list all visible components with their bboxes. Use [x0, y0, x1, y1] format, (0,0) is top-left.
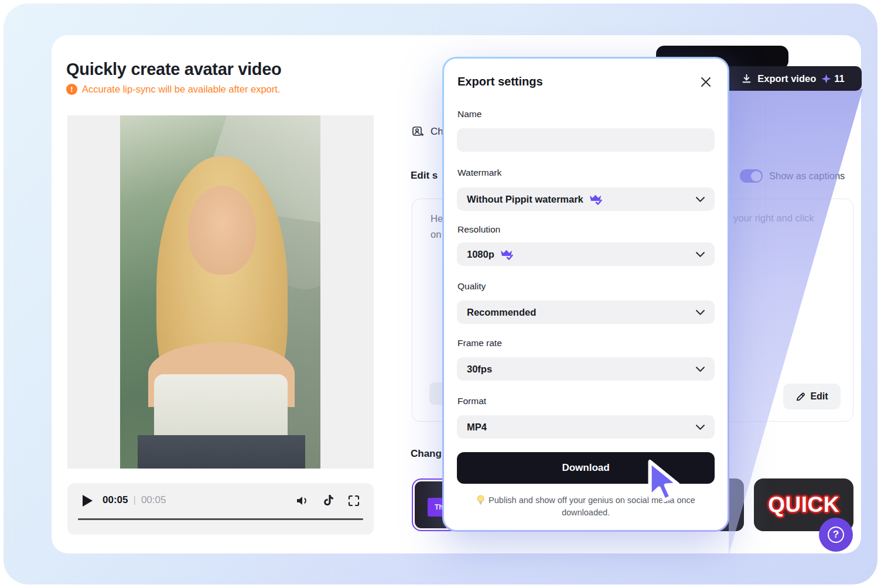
volume-icon[interactable]	[295, 494, 309, 508]
change-avatar-row[interactable]: Ch	[412, 125, 443, 138]
pencil-icon	[795, 392, 805, 402]
time-display: 00:05 | 00:05	[103, 494, 166, 506]
fullscreen-icon[interactable]	[347, 494, 361, 508]
download-button[interactable]: Download	[457, 452, 715, 484]
avatar-photo	[120, 115, 320, 469]
watermark-value: Without Pippit watermark	[467, 194, 583, 205]
format-select[interactable]: MP4	[457, 415, 715, 439]
captions-toggle-label: Show as captions	[769, 170, 845, 182]
help-button[interactable]: ?	[819, 518, 853, 552]
sparkle-icon	[821, 74, 831, 84]
export-video-label: Export video	[757, 73, 816, 84]
quality-select[interactable]: Recommended	[457, 300, 715, 324]
captions-toggle-row: Show as captions	[740, 169, 845, 183]
warning-row: ! Accurate lip-sync will be available af…	[66, 84, 280, 95]
format-label: Format	[457, 396, 486, 406]
chevron-down-icon	[696, 310, 705, 315]
quality-label: Quality	[457, 281, 486, 292]
page-title: Quickly create avatar video	[66, 60, 282, 79]
chevron-down-icon	[696, 425, 705, 430]
captions-toggle[interactable]	[740, 169, 763, 183]
current-time: 00:05	[103, 494, 128, 506]
progress-bar[interactable]	[78, 518, 363, 521]
tiktok-icon[interactable]	[322, 494, 336, 508]
watermark-label: Watermark	[457, 167, 501, 178]
player-bar: 00:05 | 00:05	[67, 483, 374, 535]
watermark-select[interactable]: Without Pippit watermark	[457, 187, 715, 211]
chevron-down-icon	[696, 252, 705, 257]
edit-script-heading: Edit s	[411, 170, 438, 182]
framerate-value: 30fps	[467, 364, 492, 375]
modal-tip-text: Publish and show off your genius on soci…	[489, 495, 695, 517]
resolution-value: 1080p	[467, 249, 494, 260]
close-icon[interactable]	[699, 76, 712, 88]
script-text-right: your right and click	[733, 213, 814, 224]
edit-button[interactable]: Edit	[783, 384, 841, 409]
quick-template-label: QUICK	[768, 493, 839, 518]
export-settings-modal: Export settings Name Watermark Without P…	[442, 57, 729, 532]
framerate-label: Frame rate	[457, 338, 502, 348]
script-text-left: He on	[431, 211, 443, 242]
change-avatar-label: Ch	[431, 126, 443, 138]
quality-value: Recommended	[467, 307, 536, 318]
framerate-select[interactable]: 30fps	[457, 357, 715, 381]
download-button-label: Download	[562, 462, 609, 474]
name-label: Name	[457, 109, 482, 119]
time-divider: |	[133, 494, 135, 506]
chevron-down-icon	[696, 197, 705, 202]
duration: 00:05	[141, 494, 166, 506]
crown-icon	[500, 249, 513, 260]
modal-tip: Publish and show off your genius on soci…	[463, 494, 709, 519]
warning-icon: !	[66, 84, 77, 95]
resolution-select[interactable]: 1080p	[457, 242, 715, 266]
edit-button-label: Edit	[810, 391, 828, 402]
video-preview[interactable]	[67, 115, 374, 469]
download-tray-icon	[741, 73, 752, 84]
credit-count: 11	[834, 73, 844, 84]
name-input[interactable]	[457, 128, 715, 152]
change-avatar-icon	[412, 125, 425, 138]
resolution-label: Resolution	[457, 224, 500, 235]
format-value: MP4	[467, 422, 487, 433]
modal-title: Export settings	[457, 75, 543, 88]
bulb-icon	[476, 495, 485, 505]
play-icon[interactable]	[83, 495, 93, 507]
app-window: Quickly create avatar video ! Accurate l…	[0, 0, 881, 588]
warning-text: Accurate lip-sync will be available afte…	[82, 84, 280, 95]
chevron-down-icon	[696, 367, 705, 372]
question-icon: ?	[828, 527, 844, 543]
change-template-heading: Chang	[411, 448, 442, 460]
crown-icon	[589, 194, 602, 205]
